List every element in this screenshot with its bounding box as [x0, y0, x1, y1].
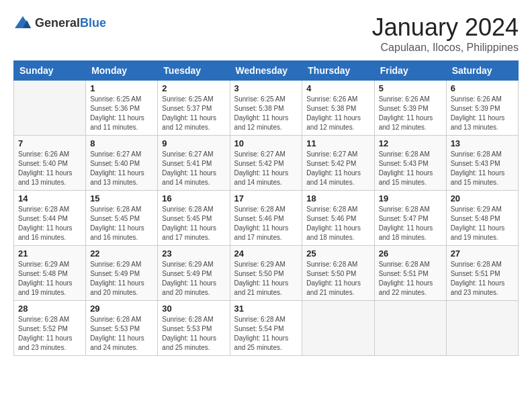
calendar-cell	[302, 301, 374, 356]
day-info: Sunrise: 6:28 AM Sunset: 5:53 PM Dayligh…	[90, 315, 153, 353]
column-header-wednesday: Wednesday	[230, 61, 302, 81]
day-info: Sunrise: 6:27 AM Sunset: 5:42 PM Dayligh…	[306, 150, 369, 187]
day-number: 18	[306, 193, 369, 203]
calendar-title: January 2024	[372, 13, 519, 42]
day-info: Sunrise: 6:28 AM Sunset: 5:51 PM Dayligh…	[451, 260, 514, 298]
day-number: 23	[162, 248, 225, 259]
day-number: 17	[234, 193, 298, 203]
day-number: 9	[162, 138, 225, 148]
calendar-cell: 21Sunrise: 6:29 AM Sunset: 5:48 PM Dayli…	[14, 246, 86, 301]
calendar-cell: 27Sunrise: 6:28 AM Sunset: 5:51 PM Dayli…	[446, 246, 518, 301]
day-number: 11	[306, 138, 369, 148]
calendar-cell	[446, 301, 518, 356]
day-info: Sunrise: 6:27 AM Sunset: 5:40 PM Dayligh…	[90, 150, 153, 187]
column-header-thursday: Thursday	[302, 61, 374, 81]
day-number: 24	[234, 248, 298, 259]
calendar-header-row: SundayMondayTuesdayWednesdayThursdayFrid…	[14, 61, 519, 81]
calendar-cell: 5Sunrise: 6:26 AM Sunset: 5:39 PM Daylig…	[374, 81, 446, 136]
logo-blue: Blue	[80, 16, 106, 30]
calendar-cell: 26Sunrise: 6:28 AM Sunset: 5:51 PM Dayli…	[374, 246, 446, 301]
calendar-cell: 23Sunrise: 6:29 AM Sunset: 5:49 PM Dayli…	[158, 246, 230, 301]
day-info: Sunrise: 6:25 AM Sunset: 5:38 PM Dayligh…	[234, 95, 298, 132]
day-number: 29	[90, 304, 153, 314]
calendar-cell: 15Sunrise: 6:28 AM Sunset: 5:45 PM Dayli…	[86, 191, 158, 246]
day-info: Sunrise: 6:28 AM Sunset: 5:43 PM Dayligh…	[451, 150, 514, 187]
day-info: Sunrise: 6:28 AM Sunset: 5:45 PM Dayligh…	[162, 205, 225, 242]
day-info: Sunrise: 6:25 AM Sunset: 5:37 PM Dayligh…	[162, 95, 225, 132]
page-header: GeneralBlue January 2024 Capulaan, Iloco…	[13, 13, 519, 54]
calendar-cell	[14, 81, 86, 136]
day-number: 31	[234, 304, 298, 314]
calendar-cell: 2Sunrise: 6:25 AM Sunset: 5:37 PM Daylig…	[158, 81, 230, 136]
day-number: 26	[379, 248, 442, 259]
day-info: Sunrise: 6:28 AM Sunset: 5:54 PM Dayligh…	[234, 315, 298, 353]
day-info: Sunrise: 6:26 AM Sunset: 5:39 PM Dayligh…	[451, 95, 514, 132]
column-header-monday: Monday	[86, 61, 158, 81]
calendar-cell: 4Sunrise: 6:26 AM Sunset: 5:38 PM Daylig…	[302, 81, 374, 136]
calendar-cell: 6Sunrise: 6:26 AM Sunset: 5:39 PM Daylig…	[446, 81, 518, 136]
day-info: Sunrise: 6:28 AM Sunset: 5:51 PM Dayligh…	[379, 260, 442, 298]
day-info: Sunrise: 6:29 AM Sunset: 5:48 PM Dayligh…	[18, 260, 81, 298]
day-number: 7	[18, 138, 81, 148]
day-number: 19	[379, 193, 442, 203]
day-info: Sunrise: 6:28 AM Sunset: 5:43 PM Dayligh…	[379, 150, 442, 187]
logo-general: General	[35, 16, 80, 30]
calendar-cell: 18Sunrise: 6:28 AM Sunset: 5:46 PM Dayli…	[302, 191, 374, 246]
day-info: Sunrise: 6:28 AM Sunset: 5:44 PM Dayligh…	[18, 205, 81, 242]
day-number: 1	[90, 83, 153, 93]
calendar-cell: 13Sunrise: 6:28 AM Sunset: 5:43 PM Dayli…	[446, 136, 518, 191]
day-info: Sunrise: 6:29 AM Sunset: 5:48 PM Dayligh…	[451, 205, 514, 242]
calendar-cell: 28Sunrise: 6:28 AM Sunset: 5:52 PM Dayli…	[14, 301, 86, 356]
calendar-subtitle: Capulaan, Ilocos, Philippines	[372, 42, 519, 54]
calendar-cell: 1Sunrise: 6:25 AM Sunset: 5:36 PM Daylig…	[86, 81, 158, 136]
calendar-cell: 11Sunrise: 6:27 AM Sunset: 5:42 PM Dayli…	[302, 136, 374, 191]
day-info: Sunrise: 6:28 AM Sunset: 5:46 PM Dayligh…	[306, 205, 369, 242]
day-number: 25	[306, 248, 369, 259]
calendar-cell: 19Sunrise: 6:28 AM Sunset: 5:47 PM Dayli…	[374, 191, 446, 246]
day-number: 10	[234, 138, 298, 148]
week-row-5: 28Sunrise: 6:28 AM Sunset: 5:52 PM Dayli…	[14, 301, 519, 356]
day-info: Sunrise: 6:28 AM Sunset: 5:52 PM Dayligh…	[18, 315, 81, 353]
calendar-cell: 31Sunrise: 6:28 AM Sunset: 5:54 PM Dayli…	[230, 301, 302, 356]
calendar-cell: 22Sunrise: 6:29 AM Sunset: 5:49 PM Dayli…	[86, 246, 158, 301]
day-info: Sunrise: 6:25 AM Sunset: 5:36 PM Dayligh…	[90, 95, 153, 132]
column-header-saturday: Saturday	[446, 61, 518, 81]
week-row-1: 1Sunrise: 6:25 AM Sunset: 5:36 PM Daylig…	[14, 81, 519, 136]
calendar-cell: 30Sunrise: 6:28 AM Sunset: 5:53 PM Dayli…	[158, 301, 230, 356]
calendar-cell: 25Sunrise: 6:28 AM Sunset: 5:50 PM Dayli…	[302, 246, 374, 301]
day-info: Sunrise: 6:26 AM Sunset: 5:40 PM Dayligh…	[18, 150, 81, 187]
day-number: 15	[90, 193, 153, 203]
day-number: 5	[379, 83, 442, 93]
day-number: 2	[162, 83, 225, 93]
day-number: 3	[234, 83, 298, 93]
day-number: 12	[379, 138, 442, 148]
day-number: 16	[162, 193, 225, 203]
logo: GeneralBlue	[13, 13, 106, 32]
logo-icon	[13, 13, 32, 32]
day-number: 20	[451, 193, 514, 203]
calendar-cell: 10Sunrise: 6:27 AM Sunset: 5:42 PM Dayli…	[230, 136, 302, 191]
calendar-body: 1Sunrise: 6:25 AM Sunset: 5:36 PM Daylig…	[14, 81, 519, 356]
day-number: 8	[90, 138, 153, 148]
day-number: 28	[18, 304, 81, 314]
day-info: Sunrise: 6:28 AM Sunset: 5:45 PM Dayligh…	[90, 205, 153, 242]
calendar-cell: 7Sunrise: 6:26 AM Sunset: 5:40 PM Daylig…	[14, 136, 86, 191]
column-header-tuesday: Tuesday	[158, 61, 230, 81]
calendar-cell: 12Sunrise: 6:28 AM Sunset: 5:43 PM Dayli…	[374, 136, 446, 191]
day-number: 14	[18, 193, 81, 203]
calendar-cell: 16Sunrise: 6:28 AM Sunset: 5:45 PM Dayli…	[158, 191, 230, 246]
calendar-cell: 9Sunrise: 6:27 AM Sunset: 5:41 PM Daylig…	[158, 136, 230, 191]
title-block: January 2024 Capulaan, Ilocos, Philippin…	[372, 13, 519, 54]
day-number: 4	[306, 83, 369, 93]
calendar-cell: 29Sunrise: 6:28 AM Sunset: 5:53 PM Dayli…	[86, 301, 158, 356]
calendar-cell: 14Sunrise: 6:28 AM Sunset: 5:44 PM Dayli…	[14, 191, 86, 246]
day-info: Sunrise: 6:28 AM Sunset: 5:50 PM Dayligh…	[306, 260, 369, 298]
day-number: 22	[90, 248, 153, 259]
day-info: Sunrise: 6:28 AM Sunset: 5:53 PM Dayligh…	[162, 315, 225, 353]
calendar-cell: 17Sunrise: 6:28 AM Sunset: 5:46 PM Dayli…	[230, 191, 302, 246]
day-info: Sunrise: 6:26 AM Sunset: 5:38 PM Dayligh…	[306, 95, 369, 132]
day-info: Sunrise: 6:27 AM Sunset: 5:42 PM Dayligh…	[234, 150, 298, 187]
day-info: Sunrise: 6:29 AM Sunset: 5:50 PM Dayligh…	[234, 260, 298, 298]
day-number: 6	[451, 83, 514, 93]
column-header-friday: Friday	[374, 61, 446, 81]
